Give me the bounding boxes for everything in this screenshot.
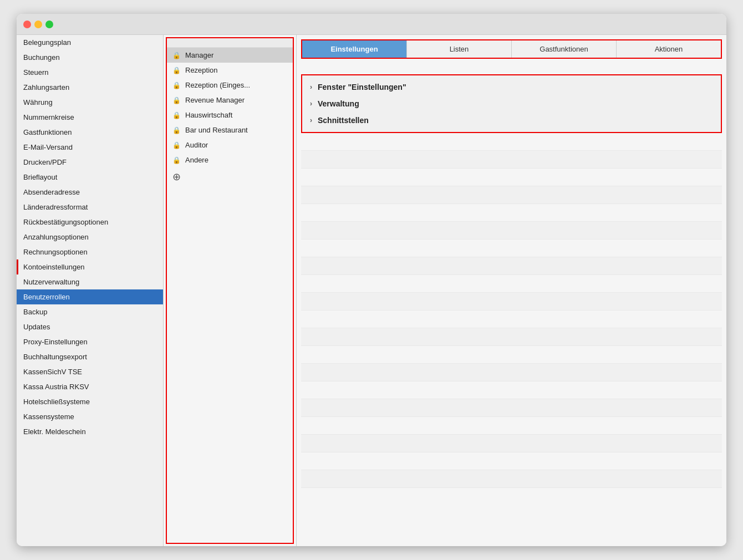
sidebar: BelegungsplanBuchungenSteuernZahlungsart…	[17, 35, 164, 546]
sidebar-item[interactable]: Nutzerverwaltung	[17, 274, 163, 289]
empty-row	[301, 381, 722, 399]
sidebar-item[interactable]: Backup	[17, 304, 163, 319]
empty-row	[301, 275, 722, 293]
chevron-icon: ›	[310, 116, 312, 124]
lock-icon: 🔒	[172, 126, 181, 134]
maximize-button[interactable]	[45, 21, 53, 28]
sidebar-item[interactable]: Rückbestätigungsoptionen	[17, 215, 163, 230]
empty-row	[301, 133, 722, 151]
role-label: Manager	[185, 51, 213, 59]
roles-list-container: 🔒Manager🔒Rezeption🔒Rezeption (Einges...🔒…	[166, 37, 294, 544]
chevron-icon: ›	[310, 100, 312, 108]
empty-row	[301, 222, 722, 240]
sidebar-item[interactable]: Buchhaltungsexport	[17, 349, 163, 364]
empty-rows	[301, 133, 722, 542]
role-label: Hauswirtschaft	[185, 111, 232, 119]
permissions-wrapper: ›Fenster "Einstellungen"›Verwaltung›Schn…	[301, 74, 722, 133]
empty-row	[301, 257, 722, 275]
lock-icon: 🔒	[172, 82, 181, 89]
empty-row	[301, 186, 722, 204]
sidebar-item[interactable]: Rechnungsoptionen	[17, 245, 163, 259]
role-item[interactable]: 🔒Rezeption (Einges...	[167, 78, 293, 93]
role-item[interactable]: 🔒Manager	[167, 48, 293, 63]
empty-row	[301, 151, 722, 169]
lock-icon: 🔒	[172, 67, 181, 74]
lock-icon: 🔒	[172, 96, 181, 104]
permission-row[interactable]: ›Verwaltung	[302, 95, 721, 112]
tab-button[interactable]: Gastfunktionen	[512, 40, 617, 58]
sidebar-item[interactable]: E-Mail-Versand	[17, 140, 163, 155]
role-label: Rezeption (Einges...	[185, 81, 250, 89]
main-content: BelegungsplanBuchungenSteuernZahlungsart…	[17, 35, 726, 546]
sidebar-item[interactable]: Kassensysteme	[17, 409, 163, 424]
sidebar-item[interactable]: Absenderadresse	[17, 185, 163, 200]
sidebar-item[interactable]: Nummernkreise	[17, 110, 163, 125]
lock-icon: 🔒	[172, 111, 181, 119]
role-item[interactable]: 🔒Andere	[167, 152, 293, 167]
sidebar-item[interactable]: Kassa Austria RKSV	[17, 379, 163, 394]
add-role-button[interactable]: ⊕	[167, 167, 293, 186]
roles-panel: 🔒Manager🔒Rezeption🔒Rezeption (Einges...🔒…	[164, 35, 297, 546]
title-bar	[17, 14, 726, 35]
empty-row	[301, 435, 722, 452]
sidebar-item[interactable]: Elektr. Meldeschein	[17, 424, 163, 439]
lock-icon: 🔒	[172, 52, 181, 59]
sidebar-item[interactable]: Gastfunktionen	[17, 125, 163, 140]
sidebar-item[interactable]: Länderadressformat	[17, 200, 163, 215]
sidebar-item[interactable]: Updates	[17, 319, 163, 334]
empty-row	[301, 240, 722, 257]
role-item[interactable]: 🔒Hauswirtschaft	[167, 108, 293, 123]
sidebar-item[interactable]: Kontoeinstellungen	[17, 259, 163, 274]
lock-icon: 🔒	[172, 141, 181, 149]
close-button[interactable]	[23, 21, 31, 28]
empty-row	[301, 364, 722, 381]
sidebar-item[interactable]: Proxy-Einstellungen	[17, 334, 163, 349]
minimize-button[interactable]	[34, 21, 42, 28]
role-item[interactable]: 🔒Rezeption	[167, 63, 293, 78]
sidebar-item[interactable]: Benutzerrollen	[17, 289, 163, 304]
tab-button[interactable]: Listen	[407, 40, 512, 58]
role-label: Bar und Restaurant	[185, 126, 248, 134]
empty-row	[301, 452, 722, 470]
empty-row	[301, 417, 722, 435]
tab-button[interactable]: Aktionen	[617, 40, 721, 58]
permission-label: Fenster "Einstellungen"	[318, 83, 406, 91]
empty-row	[301, 346, 722, 364]
empty-row	[301, 169, 722, 186]
sidebar-item[interactable]: Anzahlungsoptionen	[17, 230, 163, 245]
role-item[interactable]: 🔒Bar und Restaurant	[167, 123, 293, 138]
empty-row	[301, 293, 722, 310]
permission-row[interactable]: ›Fenster "Einstellungen"	[302, 79, 721, 95]
sidebar-item[interactable]: Hotelschließsysteme	[17, 394, 163, 409]
sidebar-item[interactable]: Währung	[17, 95, 163, 110]
main-window: BelegungsplanBuchungenSteuernZahlungsart…	[17, 14, 726, 546]
role-label: Revenue Manager	[185, 96, 245, 104]
sidebar-item[interactable]: Brieflayout	[17, 170, 163, 185]
tabs-container: EinstellungenListenGastfunktionenAktione…	[301, 39, 722, 59]
sidebar-item[interactable]: Drucken/PDF	[17, 155, 163, 170]
role-item[interactable]: 🔒Auditor	[167, 138, 293, 152]
empty-row	[301, 204, 722, 222]
role-label: Andere	[185, 156, 208, 164]
traffic-lights	[23, 21, 53, 28]
chevron-icon: ›	[310, 83, 312, 91]
empty-row	[301, 310, 722, 328]
sidebar-item[interactable]: Steuern	[17, 65, 163, 80]
permission-label: Schnittstellen	[318, 116, 369, 125]
empty-row	[301, 399, 722, 417]
empty-row	[301, 328, 722, 346]
tabs-wrapper: EinstellungenListenGastfunktionenAktione…	[301, 39, 722, 64]
tab-button[interactable]: Einstellungen	[302, 40, 407, 58]
role-item[interactable]: 🔒Revenue Manager	[167, 93, 293, 108]
content-panel: EinstellungenListenGastfunktionenAktione…	[297, 35, 726, 546]
sidebar-item[interactable]: KassenSichV TSE	[17, 364, 163, 379]
role-label: Rezeption	[185, 66, 218, 74]
sidebar-item[interactable]: Buchungen	[17, 50, 163, 65]
lock-icon: 🔒	[172, 156, 181, 164]
role-label: Auditor	[185, 141, 208, 149]
sidebar-item[interactable]: Belegungsplan	[17, 35, 163, 50]
empty-row	[301, 470, 722, 488]
sidebar-item[interactable]: Zahlungsarten	[17, 80, 163, 95]
permission-row[interactable]: ›Schnittstellen	[302, 112, 721, 129]
permissions-box: ›Fenster "Einstellungen"›Verwaltung›Schn…	[301, 74, 722, 133]
